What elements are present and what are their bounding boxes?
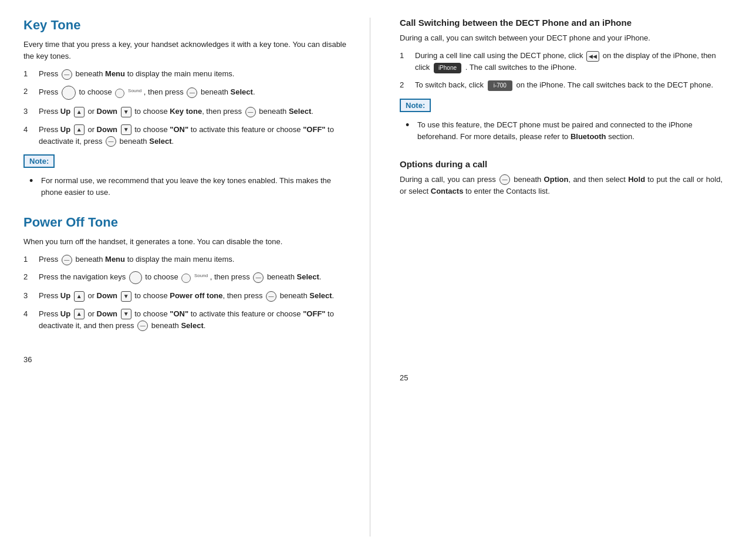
call-switching-steps: 1 During a cell line call using the DECT… — [400, 50, 723, 91]
po-menu-btn: — — [62, 255, 72, 265]
down-icon: ▼ — [121, 107, 131, 117]
nav-key-icon — [62, 86, 76, 100]
call-switching-intro: During a call, you can switch between yo… — [400, 32, 723, 44]
page-num-right: 25 — [400, 373, 723, 382]
key-tone-note-item: • For normal use, we recommend that you … — [29, 175, 346, 198]
po-step-num-3: 3 — [23, 290, 34, 302]
step-num-3: 3 — [23, 106, 34, 117]
cs-note-list: • To use this feature, the DECT phone mu… — [406, 119, 723, 143]
power-off-step-4: 4 Press Up ▲ or Down ▼ to choose "ON" to… — [23, 308, 346, 332]
po-select-btn: — — [253, 272, 264, 283]
po-down-icon-4: ▼ — [121, 309, 131, 319]
step-num-2: 2 — [23, 86, 34, 97]
po-step-1-content: Press — beneath Menu to display the main… — [39, 254, 346, 265]
power-off-step-2: 2 Press the navigation keys to choose So… — [23, 271, 346, 284]
key-tone-intro: Every time that you press a key, your ha… — [23, 39, 346, 62]
option-btn-icon: — — [499, 174, 510, 185]
sound-icon — [115, 89, 124, 98]
key-tone-step-3: 3 Press Up ▲ or Down ▼ to choose Key ton… — [23, 106, 346, 117]
down-icon-4: ▼ — [121, 124, 131, 135]
bullet-dot: • — [29, 175, 39, 188]
po-up-icon: ▲ — [74, 291, 85, 302]
po-down-icon: ▼ — [121, 291, 131, 302]
po-step-num-4: 4 — [23, 308, 34, 320]
cs-step-num-1: 1 — [400, 50, 410, 62]
sound-label: Sound — [128, 88, 141, 93]
step-3-content: Press Up ▲ or Down ▼ to choose Key tone,… — [39, 106, 346, 117]
cs-step-2: 2 To switch back, click i-700 on the iPh… — [400, 79, 723, 91]
step-4-content: Press Up ▲ or Down ▼ to choose "ON" to a… — [39, 124, 346, 147]
power-off-intro: When you turn off the handset, it genera… — [23, 236, 346, 248]
call-switching-section: Call Switching between the DECT Phone an… — [400, 18, 723, 143]
select-btn-icon-3: — — [245, 107, 256, 117]
power-off-steps: 1 Press — beneath Menu to display the ma… — [23, 254, 346, 332]
po-nav-icon — [129, 271, 142, 284]
cs-step-2-content: To switch back, click i-700 on the iPhon… — [415, 79, 723, 91]
right-column: Call Switching between the DECT Phone an… — [370, 18, 723, 537]
key-tone-section: Key Tone Every time that you press a key… — [23, 18, 346, 198]
key-tone-step-2: 2 Press to choose Sound , then pres — [23, 86, 346, 100]
cs-step-1: 1 During a cell line call using the DECT… — [400, 50, 723, 73]
options-call-intro: During a call, you can press — beneath O… — [400, 174, 723, 197]
po-step-2-content: Press the navigation keys to choose Soun… — [39, 271, 346, 284]
key-tone-note-list: • For normal use, we recommend that you … — [29, 175, 346, 198]
power-off-title: Power Off Tone — [23, 215, 346, 230]
step-1-content: Press — beneath Menu to display the main… — [39, 68, 346, 80]
i700-button: i-700 — [488, 80, 512, 91]
cs-note-text: To use this feature, the DECT phone must… — [417, 119, 723, 143]
po-step-num-1: 1 — [23, 254, 34, 265]
key-tone-title: Key Tone — [23, 18, 346, 33]
po-up-icon-4: ▲ — [74, 309, 85, 319]
cs-bullet-dot: • — [406, 119, 415, 132]
step-2-content: Press to choose Sound , then press — ben… — [39, 86, 346, 100]
select-btn-icon-4: — — [106, 136, 116, 147]
up-icon-4: ▲ — [74, 124, 85, 135]
key-tone-note-text: For normal use, we recommend that you le… — [41, 175, 346, 198]
dect-arrow-icon: ◀◀ — [586, 51, 599, 62]
step-num-4: 4 — [23, 124, 34, 136]
power-off-section: Power Off Tone When you turn off the han… — [23, 215, 346, 332]
options-call-title: Options during a call — [400, 159, 723, 169]
po-select-btn-4: — — [137, 321, 148, 331]
cs-note-label: Note: — [400, 99, 431, 112]
select-btn-icon: — — [187, 87, 197, 98]
key-tone-note: Note: • For normal use, we recommend tha… — [23, 154, 346, 198]
cs-note-item: • To use this feature, the DECT phone mu… — [406, 119, 723, 143]
power-off-step-3: 3 Press Up ▲ or Down ▼ to choose Power o… — [23, 290, 346, 302]
call-switching-title: Call Switching between the DECT Phone an… — [400, 18, 723, 28]
cs-step-num-2: 2 — [400, 79, 410, 91]
po-step-num-2: 2 — [23, 271, 34, 283]
cs-step-1-content: During a cell line call using the DECT p… — [415, 50, 723, 73]
iphone-button: iPhone — [434, 63, 461, 73]
menu-btn-icon: — — [62, 69, 72, 80]
key-tone-steps: 1 Press — beneath Menu to display the ma… — [23, 68, 346, 147]
po-step-4-content: Press Up ▲ or Down ▼ to choose "ON" to a… — [39, 308, 346, 332]
po-select-btn-3: — — [266, 291, 276, 302]
note-label: Note: — [23, 154, 55, 168]
power-off-step-1: 1 Press — beneath Menu to display the ma… — [23, 254, 346, 265]
po-sound-label: Sound — [194, 273, 208, 278]
cs-note: Note: • To use this feature, the DECT ph… — [400, 99, 723, 143]
key-tone-step-4: 4 Press Up ▲ or Down ▼ to choose "ON" to… — [23, 124, 346, 147]
page-num-left: 36 — [23, 355, 346, 364]
left-column: Key Tone Every time that you press a key… — [23, 18, 370, 537]
step-num-1: 1 — [23, 68, 34, 80]
up-icon: ▲ — [74, 107, 85, 117]
po-sound-icon — [181, 274, 191, 283]
key-tone-step-1: 1 Press — beneath Menu to display the ma… — [23, 68, 346, 80]
options-call-section: Options during a call During a call, you… — [400, 159, 723, 197]
po-step-3-content: Press Up ▲ or Down ▼ to choose Power off… — [39, 290, 346, 302]
